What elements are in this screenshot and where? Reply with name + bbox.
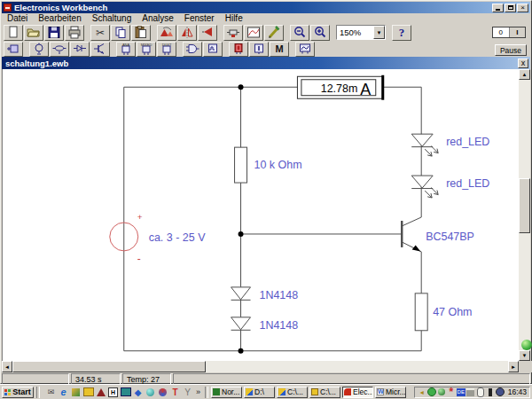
vertical-scroll-thumb[interactable] bbox=[519, 178, 530, 233]
copy-button[interactable] bbox=[111, 25, 130, 41]
save-button[interactable] bbox=[44, 25, 64, 41]
basic-bin-button[interactable] bbox=[50, 42, 69, 57]
diode2-label: 1N4148 bbox=[260, 319, 299, 332]
diodes-bin-button[interactable] bbox=[70, 42, 90, 57]
battery-icon[interactable] bbox=[486, 387, 495, 396]
task-button-word[interactable]: W Micr... bbox=[375, 387, 406, 398]
document-title-bar[interactable]: schaltung1.ewb x bbox=[2, 57, 530, 69]
diamond-icon[interactable]: ◆ bbox=[132, 387, 144, 398]
diode2-component[interactable]: 1N4148 bbox=[231, 317, 299, 332]
antivirus-sphere-icon[interactable] bbox=[437, 387, 446, 396]
ie-icon[interactable]: e bbox=[58, 387, 69, 398]
help-button[interactable]: ? bbox=[392, 25, 411, 41]
sources-bin-button[interactable] bbox=[29, 42, 49, 57]
cut-button[interactable]: ✂ bbox=[90, 25, 110, 41]
ammeter-component[interactable]: 12.78m A bbox=[297, 75, 382, 100]
task-button-c-drive-1[interactable]: C:\... bbox=[277, 387, 308, 398]
title-bar[interactable]: Electronics Workbench × bbox=[2, 2, 530, 13]
language-indicator[interactable]: DE bbox=[457, 387, 466, 396]
graphs-button[interactable] bbox=[244, 25, 263, 41]
print-button[interactable] bbox=[65, 25, 84, 41]
menu-datei[interactable]: Datei bbox=[2, 13, 33, 24]
transistors-bin-button[interactable] bbox=[90, 42, 110, 57]
paste-button[interactable] bbox=[131, 25, 151, 41]
task-button-nor[interactable]: Nor... bbox=[211, 387, 242, 398]
zoom-level-select[interactable]: 150% ▼ bbox=[336, 25, 386, 40]
network-globe-icon[interactable] bbox=[496, 387, 505, 396]
monitor-icon[interactable] bbox=[120, 387, 131, 398]
pause-button[interactable]: Pause bbox=[495, 44, 527, 56]
scroll-down-button[interactable]: ▼ bbox=[519, 350, 530, 361]
printer-tray-icon[interactable] bbox=[466, 387, 475, 396]
miscellaneous-bin-button[interactable]: M bbox=[270, 42, 289, 57]
menu-bearbeiten[interactable]: Bearbeiten bbox=[33, 13, 86, 24]
flip-horizontal-button[interactable] bbox=[177, 25, 197, 41]
document-close-button[interactable]: x bbox=[518, 59, 528, 68]
taskbar-clock[interactable]: 16:43 bbox=[508, 387, 527, 396]
t-red-icon[interactable]: T bbox=[169, 387, 181, 398]
analog-ics-bin-button[interactable]: ANA bbox=[116, 42, 136, 57]
quick-launch-bar: ✉ e H ◆ T Y » bbox=[45, 387, 202, 398]
maximize-button[interactable] bbox=[505, 4, 516, 12]
flip-vertical-button[interactable] bbox=[198, 25, 217, 41]
circuit-wires[interactable] bbox=[124, 87, 421, 350]
indicators-bin-button[interactable] bbox=[229, 42, 248, 57]
volume-icon[interactable]: ◄ bbox=[418, 387, 426, 396]
window-title: Electronics Workbench bbox=[14, 3, 107, 12]
task-button-d-drive[interactable]: D:\ bbox=[244, 387, 275, 398]
mixed-ics-bin-button[interactable]: MIXED bbox=[137, 42, 156, 57]
power-off-label[interactable]: 0 bbox=[493, 27, 510, 37]
rotate-button[interactable] bbox=[157, 25, 176, 41]
mouse-tray-icon[interactable] bbox=[476, 387, 485, 396]
led2-component[interactable]: red_LED bbox=[411, 176, 489, 198]
digital-ics-bin-button[interactable]: DIGIT bbox=[157, 42, 176, 57]
subcircuit-button[interactable] bbox=[223, 25, 243, 41]
scroll-right-button[interactable]: ► bbox=[508, 361, 519, 372]
transistor-component[interactable]: BC547BP bbox=[402, 217, 474, 252]
menu-schaltung[interactable]: Schaltung bbox=[87, 13, 137, 24]
resistor-47-component[interactable]: 47 Ohm bbox=[415, 293, 472, 331]
menu-analyse[interactable]: Analyse bbox=[137, 13, 179, 24]
explorer-icon[interactable] bbox=[82, 387, 94, 398]
menu-fenster[interactable]: Fenster bbox=[179, 13, 220, 24]
quick-launch-overflow[interactable]: » bbox=[194, 387, 202, 398]
teal-sphere-icon[interactable] bbox=[145, 387, 156, 398]
diode1-component[interactable]: 1N4148 bbox=[231, 287, 299, 301]
logic-gates-bin-button[interactable] bbox=[183, 42, 202, 57]
open-button[interactable] bbox=[24, 25, 43, 41]
chevron-down-icon[interactable]: ▼ bbox=[373, 26, 385, 39]
mail-icon[interactable]: ✉ bbox=[45, 387, 57, 398]
task-button-c-drive-2[interactable]: C:\... bbox=[309, 387, 340, 398]
horizontal-scrollbar[interactable]: ◄ ► bbox=[2, 361, 519, 372]
media-player-icon[interactable] bbox=[70, 387, 82, 398]
menu-hilfe[interactable]: Hilfe bbox=[220, 13, 248, 24]
zoom-in-button[interactable] bbox=[310, 25, 330, 41]
close-button[interactable]: × bbox=[517, 4, 528, 12]
new-button[interactable] bbox=[4, 25, 23, 41]
scheduler-clock-icon[interactable] bbox=[427, 387, 436, 396]
wizard-hat-icon[interactable] bbox=[95, 387, 106, 398]
resistor-10k-component[interactable]: 10 k Ohm bbox=[235, 147, 302, 183]
zoom-out-button[interactable] bbox=[290, 25, 309, 41]
power-on-label[interactable]: I bbox=[510, 27, 526, 37]
digital-bin-button[interactable] bbox=[203, 42, 223, 57]
controls-bin-button[interactable] bbox=[249, 42, 269, 57]
h-block-icon[interactable]: H bbox=[107, 387, 119, 398]
minimize-button[interactable] bbox=[492, 4, 504, 12]
task-button-electronics-workbench[interactable]: Elec... bbox=[342, 387, 373, 398]
y-gray-icon[interactable]: Y bbox=[182, 387, 193, 398]
power-switch[interactable]: 0 I bbox=[492, 27, 526, 38]
hat-glyph bbox=[97, 388, 106, 396]
horizontal-scroll-thumb[interactable] bbox=[12, 361, 206, 372]
favorites-bin-button[interactable] bbox=[4, 42, 23, 57]
start-button[interactable]: Start bbox=[2, 387, 34, 398]
red-star-icon[interactable]: * bbox=[447, 387, 456, 396]
scroll-left-button[interactable]: ◄ bbox=[2, 361, 12, 372]
scroll-up-button[interactable]: ▲ bbox=[519, 69, 530, 80]
vertical-scrollbar[interactable]: ▲ ▼ bbox=[519, 69, 530, 361]
led1-component[interactable]: red_LED bbox=[411, 134, 489, 156]
instruments-bin-button[interactable] bbox=[295, 42, 315, 57]
schematic-canvas[interactable]: 12.78m A 10 k Ohm + - ca. 3 - 25 V 1N414… bbox=[2, 69, 519, 361]
properties-button[interactable] bbox=[264, 25, 284, 41]
swirl-sphere-icon[interactable] bbox=[157, 387, 168, 398]
